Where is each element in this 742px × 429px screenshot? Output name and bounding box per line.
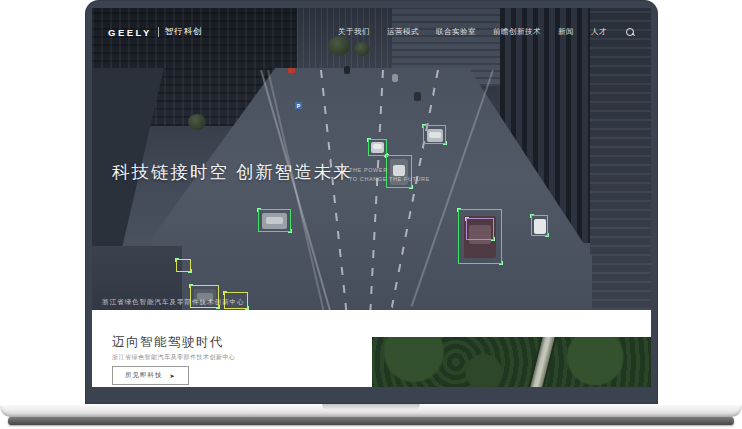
nav-item-operation[interactable]: 运营模式 xyxy=(387,27,419,37)
laptop-mockup: P xyxy=(0,0,742,429)
nav-item-joint-lab[interactable]: 联合实验室 xyxy=(436,27,476,37)
hero-section: P xyxy=(92,8,651,310)
main-nav: 关于我们 运营模式 联合实验室 前瞻创新技术 新闻 人才 xyxy=(338,27,635,37)
nav-item-innovation-tech[interactable]: 前瞻创新技术 xyxy=(493,27,541,37)
arrow-right-icon: ➤ xyxy=(170,372,176,379)
hero-headline: 科技链接时空 创新智造未来 xyxy=(112,160,353,184)
geely-logo[interactable]: GEELY 智行科创 xyxy=(108,26,203,38)
forest-road-path xyxy=(526,337,558,387)
car xyxy=(344,66,350,74)
laptop-base xyxy=(0,404,742,417)
hero-caption: 浙江省绿色智能汽车及零部件技术创新中心 xyxy=(102,298,245,307)
intro-section: 迈向智能驾驶时代 浙江省绿色智能汽车及零部件技术创新中心 所见即科技 ➤ xyxy=(92,310,651,387)
car xyxy=(392,74,398,82)
section-heading: 迈向智能驾驶时代 xyxy=(112,334,224,351)
see-technology-button-label: 所见即科技 xyxy=(125,371,163,380)
building-right-face xyxy=(590,8,651,310)
laptop-base-shadow xyxy=(8,417,734,425)
browser-viewport: P xyxy=(92,8,651,387)
detection-box-inner xyxy=(466,218,494,240)
search-icon[interactable] xyxy=(626,28,635,37)
red-sign xyxy=(288,68,295,73)
tree xyxy=(328,36,350,56)
nav-item-talent[interactable]: 人才 xyxy=(591,27,607,37)
tree xyxy=(354,42,370,56)
nav-item-news[interactable]: 新闻 xyxy=(558,27,574,37)
hero-watermark: THE POWER TO CHANGE THE FUTURE xyxy=(349,166,430,185)
detection-box xyxy=(176,259,191,272)
logo-wordmark: GEELY xyxy=(108,27,152,38)
watermark-line2: TO CHANGE THE FUTURE xyxy=(349,175,430,184)
forest-road-image xyxy=(372,337,651,387)
laptop-base-notch xyxy=(322,404,420,410)
section-subheading: 浙江省绿色智能汽车及零部件技术创新中心 xyxy=(112,353,236,362)
detection-box xyxy=(423,125,446,144)
detection-box xyxy=(258,209,291,232)
car xyxy=(414,92,421,101)
site-header: GEELY 智行科创 关于我们 运营模式 联合实验室 前瞻创新技术 新闻 人才 xyxy=(92,26,651,38)
detection-box xyxy=(531,215,548,236)
logo-subbrand: 智行科创 xyxy=(165,26,203,38)
tree xyxy=(188,114,206,130)
parking-sign-label: P xyxy=(297,103,300,109)
logo-divider xyxy=(158,27,159,37)
nav-item-about[interactable]: 关于我们 xyxy=(338,27,370,37)
parking-sign: P xyxy=(295,102,302,109)
laptop-screen-bezel: P xyxy=(85,0,658,404)
watermark-line1: THE POWER xyxy=(349,166,430,175)
see-technology-button[interactable]: 所见即科技 ➤ xyxy=(112,366,189,385)
